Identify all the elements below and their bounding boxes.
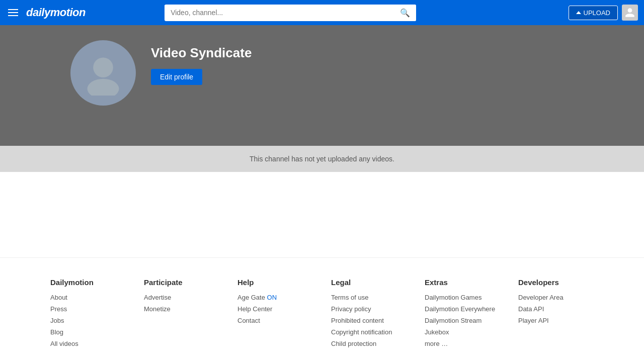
footer-link-dmgames[interactable]: Dailymotion Games [425,294,500,301]
footer-link-blog[interactable]: Blog [50,328,126,336]
footer-link-copyright[interactable]: Copyright notification [331,328,407,336]
footer-col-title-0: Dailymotion [50,278,126,287]
footer-link-jobs[interactable]: Jobs [50,317,126,324]
footer-link-press[interactable]: Press [50,305,126,313]
footer-link-jukebox[interactable]: Jukebox [425,328,500,336]
footer-column-extras: Extras Dailymotion Games Dailymotion Eve… [425,278,500,347]
upload-button[interactable]: UPLOAD [569,6,618,20]
footer: Dailymotion About Press Jobs Blog All vi… [0,257,644,362]
header-right: UPLOAD [569,5,638,21]
footer-link-about[interactable]: About [50,294,126,301]
footer-col-title-5: Developers [518,278,594,287]
profile-section: Video Syndicate Edit profile [0,25,644,146]
search-button[interactable]: 🔍 [394,5,416,21]
footer-col-title-2: Help [237,278,313,287]
edit-profile-button[interactable]: Edit profile [151,69,202,85]
footer-link-prohibited[interactable]: Prohibited content [331,317,407,324]
footer-column-participate: Participate Advertise Monetize [144,278,219,347]
profile-name: Video Syndicate [151,45,252,61]
footer-link-more[interactable]: more … [425,340,500,347]
search-input[interactable] [165,5,394,20]
footer-column-help: Help Age Gate ON Help Center Contact [237,278,313,347]
footer-link-privacy[interactable]: Privacy policy [331,305,407,313]
profile-info: Video Syndicate Edit profile [151,40,252,85]
footer-column-dailymotion: Dailymotion About Press Jobs Blog All vi… [50,278,126,347]
footer-link-childprotection[interactable]: Child protection [331,340,407,347]
footer-col-title-1: Participate [144,278,219,287]
footer-col-title-3: Legal [331,278,407,287]
footer-link-agegate[interactable]: Age Gate ON [237,294,313,301]
avatar-icon [80,50,126,96]
footer-link-devarea[interactable]: Developer Area [518,294,594,301]
footer-link-monetize[interactable]: Monetize [144,305,219,313]
profile-avatar [70,40,136,106]
empty-message: This channel has not yet uploaded any vi… [250,155,394,163]
footer-link-dataapi[interactable]: Data API [518,305,594,313]
footer-link-contact[interactable]: Contact [237,317,313,324]
logo[interactable]: dailymotion [26,6,86,19]
footer-link-dmstream[interactable]: Dailymotion Stream [425,317,500,324]
empty-state: This channel has not yet uploaded any vi… [0,146,644,172]
footer-columns: Dailymotion About Press Jobs Blog All vi… [50,278,594,347]
footer-link-terms[interactable]: Terms of use [331,294,407,301]
svg-point-0 [93,57,113,77]
footer-link-playerapi[interactable]: Player API [518,317,594,324]
footer-column-legal: Legal Terms of use Privacy policy Prohib… [331,278,407,347]
footer-link-dmeverywhere[interactable]: Dailymotion Everywhere [425,305,500,313]
svg-point-1 [88,79,119,96]
avatar[interactable] [622,5,638,21]
upload-arrow-icon [576,11,581,14]
footer-link-allvideos[interactable]: All videos [50,340,126,347]
footer-link-helpcenter[interactable]: Help Center [237,305,313,313]
footer-column-developers: Developers Developer Area Data API Playe… [518,278,594,347]
footer-link-advertise[interactable]: Advertise [144,294,219,301]
footer-col-title-4: Extras [425,278,500,287]
header: dailymotion 🔍 UPLOAD [0,0,644,25]
search-container: 🔍 [165,5,416,21]
agegate-on: ON [267,294,277,301]
upload-label: UPLOAD [584,9,610,17]
content-area [0,172,644,252]
menu-icon[interactable] [6,7,20,18]
